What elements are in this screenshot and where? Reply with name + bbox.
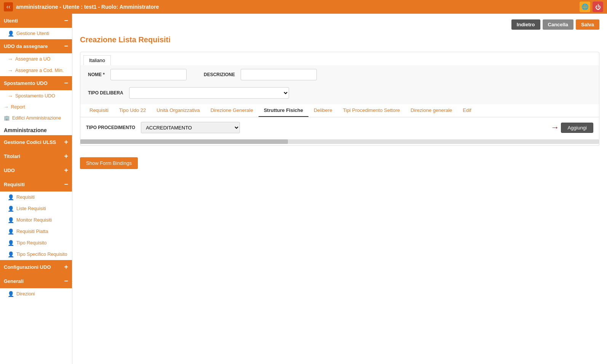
- sidebar-section-requisiti-toggle: −: [64, 180, 68, 188]
- language-tab[interactable]: Italiano: [83, 55, 111, 65]
- power-button[interactable]: ⏻: [593, 2, 603, 12]
- person-icon: 👤: [8, 228, 14, 235]
- aggiungi-button[interactable]: Aggiungi: [561, 123, 593, 133]
- sidebar-item-label: Assegnare a UO: [15, 56, 50, 62]
- cancella-button[interactable]: Cancella: [543, 19, 573, 30]
- person-icon: 👤: [8, 251, 14, 257]
- main-layout: Utenti − 👤 Gestione Utenti UDO da assegn…: [0, 14, 607, 364]
- sidebar: Utenti − 👤 Gestione Utenti UDO da assegn…: [0, 14, 72, 364]
- form-fields-row: NOME * DESCRIZIONE: [80, 65, 599, 84]
- tabs-row: Requisiti Tipo Udo 22 Unità Organizzativ…: [80, 104, 599, 117]
- descrizione-input[interactable]: [241, 69, 317, 80]
- sidebar-item-direzioni[interactable]: 👤 Direzioni: [0, 288, 72, 300]
- person-icon: 👤: [8, 217, 14, 223]
- sidebar-item-gestione-utenti[interactable]: 👤 Gestione Utenti: [0, 28, 72, 39]
- tab-tipi-procedimento-settore[interactable]: Tipi Procedimento Settore: [337, 104, 405, 117]
- sidebar-item-liste-requisiti[interactable]: 👤 Liste Requisiti: [0, 203, 72, 214]
- sidebar-section-gestione-codici-toggle: +: [64, 138, 68, 146]
- arrow-icon: →: [4, 104, 9, 110]
- sidebar-section-titolari-toggle: +: [64, 152, 68, 160]
- red-arrow-icon: →: [551, 123, 559, 133]
- sidebar-item-label: Assegnare a Cod. Min.: [15, 68, 64, 73]
- sidebar-item-label: Tipo Requisito: [16, 240, 46, 246]
- building-icon: 🏢: [4, 115, 10, 121]
- sidebar-item-label: Report: [11, 104, 26, 110]
- sidebar-section-configurazioni-udo-label: Configurazioni UDO: [4, 264, 51, 270]
- sidebar-section-generali-toggle: −: [64, 277, 68, 285]
- sidebar-item-assegnare-uo[interactable]: → Assegnare a UO: [0, 53, 72, 65]
- user-icon: 👤: [8, 30, 14, 37]
- sidebar-item-label: Tipo Specifico Requisito: [16, 252, 67, 257]
- tab-content-strutture-fisiche: TIPO PROCEDIMENTO ACCREDITAMENTO → Aggiu…: [80, 117, 599, 138]
- sidebar-section-udo[interactable]: UDO +: [0, 163, 72, 177]
- sidebar-section-gestione-codici-label: Gestione Codici ULSS: [4, 139, 56, 145]
- sidebar-section-titolari[interactable]: Titolari +: [0, 149, 72, 163]
- sidebar-section-titolari-label: Titolari: [4, 153, 20, 159]
- tab-requisiti[interactable]: Requisiti: [84, 104, 114, 117]
- person-icon: 👤: [8, 240, 14, 246]
- tab-delibere[interactable]: Delibere: [308, 104, 337, 117]
- sidebar-section-utenti[interactable]: Utenti −: [0, 14, 72, 28]
- tipo-procedimento-select[interactable]: ACCREDITAMENTO: [141, 122, 240, 133]
- sidebar-item-spostamento-udo[interactable]: → Spostamento UDO: [0, 90, 72, 102]
- tipo-delibera-select[interactable]: [129, 87, 289, 99]
- tipo-procedimento-label: TIPO PROCEDIMENTO: [86, 125, 135, 130]
- sidebar-section-configurazioni-udo[interactable]: Configurazioni UDO +: [0, 260, 72, 274]
- sidebar-item-tipo-requisito[interactable]: 👤 Tipo Requisito: [0, 237, 72, 249]
- indietro-button[interactable]: Indietro: [511, 19, 540, 30]
- tipo-proc-row: TIPO PROCEDIMENTO ACCREDITAMENTO → Aggiu…: [86, 122, 593, 133]
- sidebar-section-generali[interactable]: Generali −: [0, 274, 72, 288]
- sidebar-item-requisiti-piatta[interactable]: 👤 Requisiti Piatta: [0, 226, 72, 237]
- sidebar-item-label: Edifici Amministrazione: [12, 115, 61, 121]
- arrow-icon: →: [8, 67, 13, 73]
- topbar-icons: 🌐 ⏻: [580, 2, 603, 12]
- sidebar-section-spostamento-udo[interactable]: Spostamento UDO −: [0, 76, 72, 90]
- sidebar-section-configurazioni-udo-toggle: +: [64, 263, 68, 271]
- collapse-sidebar-button[interactable]: ‹‹: [4, 2, 13, 11]
- sidebar-section-udo-assegnare-label: UDO da assegnare: [4, 43, 48, 49]
- tab-edif[interactable]: Edif: [457, 104, 476, 117]
- person-icon: 👤: [8, 194, 14, 200]
- sidebar-section-generali-label: Generali: [4, 278, 24, 284]
- tab-direzione-generale-2[interactable]: Direzione generale: [405, 104, 457, 117]
- tab-tipo-udo-22[interactable]: Tipo Udo 22: [114, 104, 151, 117]
- topbar-title: amministrazione - Utente : test1 - Ruolo…: [16, 4, 159, 10]
- sidebar-item-edifici-amministrazione[interactable]: 🏢 Edifici Amministrazione: [0, 112, 72, 123]
- topbar: ‹‹ amministrazione - Utente : test1 - Ru…: [0, 0, 607, 14]
- arrow-icon: →: [8, 93, 13, 99]
- delibera-row: TIPO DELIBERA: [80, 84, 599, 104]
- person-icon: 👤: [8, 206, 14, 212]
- sidebar-section-utenti-toggle: −: [64, 17, 68, 25]
- salva-button[interactable]: Salva: [576, 19, 599, 30]
- descrizione-label: DESCRIZIONE: [204, 72, 235, 77]
- sidebar-item-report[interactable]: → Report: [0, 102, 72, 112]
- sidebar-section-gestione-codici[interactable]: Gestione Codici ULSS +: [0, 135, 72, 149]
- sidebar-item-label: Gestione Utenti: [16, 31, 49, 36]
- sidebar-section-requisiti-label: Requisiti: [4, 182, 25, 187]
- tab-strutture-fisiche[interactable]: Strutture Fisiche: [259, 104, 308, 117]
- arrow-icon: →: [8, 56, 13, 62]
- person-icon: 👤: [8, 291, 14, 297]
- sidebar-admin-label: Amministrazione: [0, 123, 72, 135]
- sidebar-section-spostamento-toggle: −: [64, 79, 68, 87]
- tipo-delibera-label: TIPO DELIBERA: [88, 90, 123, 96]
- sidebar-item-label: Monitor Requisiti: [16, 217, 52, 223]
- sidebar-item-tipo-specifico-requisito[interactable]: 👤 Tipo Specifico Requisito: [0, 249, 72, 260]
- arrow-indicator: → Aggiungi: [246, 123, 593, 133]
- globe-button[interactable]: 🌐: [580, 2, 590, 12]
- content-area: Indietro Cancella Salva Creazione Lista …: [72, 14, 607, 364]
- nome-input[interactable]: [110, 69, 187, 80]
- sidebar-section-udo-assegnare[interactable]: UDO da assegnare −: [0, 39, 72, 53]
- sidebar-section-udo-label: UDO: [4, 168, 15, 173]
- sidebar-section-requisiti[interactable]: Requisiti −: [0, 177, 72, 192]
- page-title: Creazione Lista Requisiti: [80, 35, 599, 44]
- sidebar-item-requisiti[interactable]: 👤 Requisiti: [0, 192, 72, 203]
- tab-unita-organizzativa[interactable]: Unità Organizzativa: [151, 104, 205, 117]
- sidebar-section-spostamento-label: Spostamento UDO: [4, 80, 48, 86]
- sidebar-item-monitor-requisiti[interactable]: 👤 Monitor Requisiti: [0, 214, 72, 226]
- tab-direzione-generale[interactable]: Direzione Generale: [205, 104, 259, 117]
- show-form-bindings-button[interactable]: Show Form Bindings: [80, 157, 138, 169]
- sidebar-item-label: Spostamento UDO: [15, 93, 55, 99]
- sidebar-item-assegnare-cod-min[interactable]: → Assegnare a Cod. Min.: [0, 65, 72, 76]
- horizontal-scrollbar[interactable]: [80, 139, 599, 144]
